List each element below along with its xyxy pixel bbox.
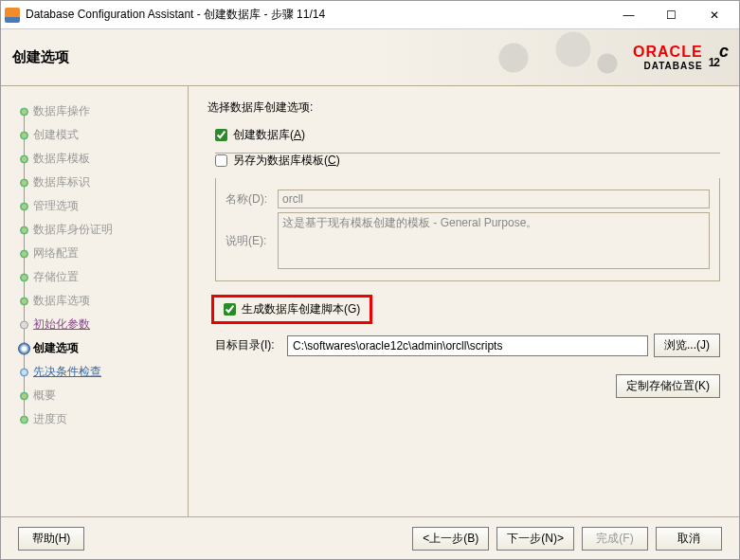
step-dot-icon <box>20 368 28 376</box>
wizard-step-9[interactable]: 初始化参数 <box>16 313 184 336</box>
wizard-step-11[interactable]: 先决条件检查 <box>16 360 184 384</box>
java-icon <box>5 8 20 23</box>
wizard-step-4: 管理选项 <box>16 194 184 218</box>
step-label: 管理选项 <box>33 198 79 214</box>
step-dot-icon <box>20 226 28 234</box>
step-label: 数据库标识 <box>33 174 90 190</box>
step-dot-icon <box>20 178 28 187</box>
cancel-button[interactable]: 取消 <box>656 527 722 551</box>
step-dot-icon <box>20 154 28 163</box>
oracle-database-text: DATABASE <box>633 61 703 71</box>
wizard-step-1: 创建模式 <box>16 123 184 147</box>
wizard-step-0: 数据库操作 <box>16 99 184 123</box>
name-label: 名称(D): <box>226 191 278 208</box>
generate-script-label: 生成数据库创建脚本(G) <box>242 301 360 317</box>
close-button[interactable]: ✕ <box>693 1 735 28</box>
help-button[interactable]: 帮助(H) <box>18 527 84 551</box>
finish-button: 完成(F) <box>582 527 648 551</box>
header: 创建选项 ORACLE DATABASE 12c <box>1 29 739 86</box>
step-dot-icon <box>20 107 28 116</box>
step-label: 数据库模板 <box>33 151 90 167</box>
page-title: 创建选项 <box>12 48 462 66</box>
step-label: 存储位置 <box>33 269 79 285</box>
wizard-step-12: 概要 <box>16 384 184 407</box>
window-title: Database Configuration Assistant - 创建数据库… <box>26 7 607 23</box>
oracle-logo: ORACLE DATABASE 12c <box>633 42 739 73</box>
step-dot-icon <box>20 391 28 400</box>
step-dot-icon <box>18 342 30 354</box>
oracle-red-text: ORACLE <box>633 44 703 61</box>
step-dot-icon <box>20 249 28 258</box>
step-label: 创建选项 <box>33 340 79 356</box>
step-label: 数据库选项 <box>33 293 90 309</box>
step-label: 数据库操作 <box>33 103 90 119</box>
step-dot-icon <box>20 273 28 281</box>
create-database-checkbox[interactable] <box>215 129 227 141</box>
next-button[interactable]: 下一步(N)> <box>496 527 574 551</box>
wizard-step-10: 创建选项 <box>16 336 184 360</box>
wizard-step-3: 数据库标识 <box>16 171 184 194</box>
desc-field: 这是基于现有模板创建的模板 - General Purpose。 <box>278 212 710 269</box>
oracle-12c-text: 12c <box>709 42 728 73</box>
dir-label: 目标目录(I): <box>215 337 281 353</box>
minimize-button[interactable]: — <box>607 1 650 28</box>
step-label: 进度页 <box>33 411 67 427</box>
wizard-steps-sidebar: 数据库操作创建模式数据库模板数据库标识管理选项数据库身份证明网络配置存储位置数据… <box>1 86 189 516</box>
wizard-step-7: 存储位置 <box>16 265 184 289</box>
footer-buttons: 帮助(H) <上一步(B) 下一步(N)> 完成(F) 取消 <box>1 516 739 559</box>
wizard-step-13: 进度页 <box>16 407 184 431</box>
gear-decoration <box>462 29 633 86</box>
step-label: 数据库身份证明 <box>33 222 113 238</box>
wizard-step-8: 数据库选项 <box>16 289 184 313</box>
name-field <box>278 190 710 208</box>
wizard-step-5: 数据库身份证明 <box>16 218 184 242</box>
save-as-template-checkbox[interactable] <box>215 154 227 167</box>
step-label: 先决条件检查 <box>33 364 101 380</box>
back-button[interactable]: <上一步(B) <box>412 527 489 551</box>
section-title: 选择数据库创建选项: <box>208 99 720 116</box>
step-label: 网络配置 <box>33 245 79 262</box>
step-dot-icon <box>20 297 28 305</box>
custom-storage-button[interactable]: 定制存储位置(K) <box>616 374 720 398</box>
desc-label: 说明(E): <box>226 233 278 249</box>
step-label: 概要 <box>33 388 56 404</box>
step-dot-icon <box>20 320 28 329</box>
step-dot-icon <box>20 131 28 139</box>
create-database-label: 创建数据库(A) <box>233 127 305 143</box>
wizard-step-2: 数据库模板 <box>16 147 184 171</box>
step-label: 初始化参数 <box>33 316 90 333</box>
wizard-step-6: 网络配置 <box>16 242 184 265</box>
template-group: 名称(D): 说明(E): 这是基于现有模板创建的模板 - General Pu… <box>215 178 720 281</box>
main-panel: 选择数据库创建选项: 创建数据库(A) 另存为数据库模板(C) 名称(D): 说… <box>189 86 739 516</box>
generate-script-checkbox[interactable] <box>224 303 236 316</box>
step-dot-icon <box>20 202 28 210</box>
step-dot-icon <box>20 415 28 424</box>
maximize-button[interactable]: ☐ <box>650 1 693 28</box>
dir-field[interactable] <box>287 335 648 356</box>
browse-button[interactable]: 浏览...(J) <box>654 334 720 357</box>
generate-script-highlight: 生成数据库创建脚本(G) <box>211 295 372 324</box>
titlebar: Database Configuration Assistant - 创建数据库… <box>1 1 739 29</box>
save-as-template-label: 另存为数据库模板(C) <box>233 153 340 169</box>
step-label: 创建模式 <box>33 127 79 143</box>
